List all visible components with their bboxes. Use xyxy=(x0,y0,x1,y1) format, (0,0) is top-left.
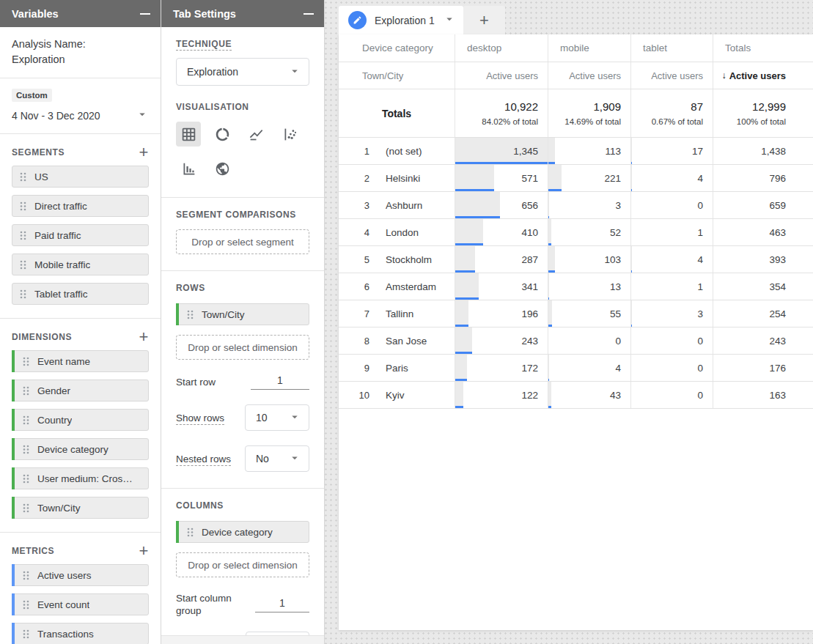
dimension-chip[interactable]: Device category xyxy=(12,438,149,460)
value-bar xyxy=(548,300,552,327)
drag-handle-icon[interactable] xyxy=(21,356,31,367)
metric-chip[interactable]: Transactions xyxy=(12,623,149,644)
exploration-tab[interactable]: Exploration 1 xyxy=(339,6,463,34)
dimension-chip[interactable]: Town/City xyxy=(12,497,149,519)
add-segment-icon[interactable]: + xyxy=(139,147,149,158)
show-rows-label: Show rows xyxy=(176,412,224,424)
new-tab-button[interactable]: + xyxy=(463,6,505,34)
chip-label: Town/City xyxy=(37,503,81,514)
drag-handle-icon[interactable] xyxy=(21,599,31,610)
chip-label: Tablet traffic xyxy=(34,289,88,300)
drag-handle-icon[interactable] xyxy=(18,230,28,241)
minimize-icon[interactable] xyxy=(140,13,150,15)
add-dimension-icon[interactable]: + xyxy=(139,331,149,343)
table-chart-icon[interactable] xyxy=(176,122,201,147)
technique-select[interactable]: Exploration xyxy=(176,58,309,86)
drag-handle-icon[interactable] xyxy=(18,259,28,270)
drag-handle-icon[interactable] xyxy=(18,289,28,300)
total-value-cell: 659 xyxy=(713,192,813,218)
analysis-name-label: Analysis Name: xyxy=(12,37,149,52)
metric-header-sorted[interactable]: ↓Active users xyxy=(713,62,813,89)
row-city: Stockholm xyxy=(386,254,432,265)
drag-handle-icon[interactable] xyxy=(21,473,31,484)
mobile-value-cell: 43 xyxy=(548,382,631,408)
segment-chip[interactable]: US xyxy=(12,166,149,188)
column-dimension-dropzone[interactable]: Drop or select dimension xyxy=(176,552,309,577)
table-row: 3Ashburn65630659 xyxy=(339,192,813,219)
row-dimension-dropzone[interactable]: Drop or select dimension xyxy=(176,335,309,360)
line-chart-icon[interactable] xyxy=(243,122,268,147)
tab-settings-panel-title: Tab Settings xyxy=(173,8,236,20)
tablet-value-cell: 1 xyxy=(631,219,713,245)
segment-chip[interactable]: Paid traffic xyxy=(12,224,149,246)
drag-handle-icon[interactable] xyxy=(21,570,31,581)
row-label-cell: 10Kyiv xyxy=(339,382,455,408)
column-group-header[interactable]: desktop xyxy=(455,34,548,62)
row-label-cell: 8San Jose xyxy=(339,327,455,354)
date-range-selector[interactable]: 4 Nov - 3 Dec 2020 xyxy=(12,108,149,123)
metric-chip[interactable]: Event count xyxy=(12,593,149,615)
metric-header[interactable]: Town/City xyxy=(339,62,455,89)
start-row-input[interactable]: 1 xyxy=(251,374,309,390)
dimension-chip[interactable]: Device category xyxy=(176,521,309,543)
drag-handle-icon[interactable] xyxy=(18,171,28,182)
donut-chart-icon[interactable] xyxy=(210,122,235,147)
scatter-chart-icon[interactable] xyxy=(277,122,302,147)
value-bar xyxy=(455,192,500,218)
columns-label: COLUMNS xyxy=(176,500,309,511)
chevron-down-icon[interactable] xyxy=(443,12,456,29)
geo-map-icon[interactable] xyxy=(210,156,235,181)
totals-value: 12,999 xyxy=(752,100,786,113)
column-group-header[interactable]: mobile xyxy=(548,34,631,62)
segment-chip[interactable]: Direct traffic xyxy=(12,195,149,217)
column-group-header[interactable]: tablet xyxy=(631,34,713,62)
chip-label: Event count xyxy=(37,599,89,610)
show-rows-select[interactable]: 10 xyxy=(245,404,309,431)
drag-handle-icon[interactable] xyxy=(21,503,31,514)
metric-header[interactable]: Active users xyxy=(631,62,713,89)
desktop-value-cell: 287 xyxy=(455,246,548,273)
segment-dropzone[interactable]: Drop or select segment xyxy=(176,229,309,254)
drag-handle-icon[interactable] xyxy=(21,385,31,396)
row-rank: 7 xyxy=(352,308,369,319)
column-group-header[interactable]: Totals xyxy=(713,34,813,62)
bar-chart-icon[interactable] xyxy=(176,156,201,181)
row-rank: 2 xyxy=(352,173,369,184)
segment-chip[interactable]: Mobile traffic xyxy=(12,253,149,275)
totals-cell: 1,90914.69% of total xyxy=(548,89,631,137)
totals-cell: 10,92284.02% of total xyxy=(455,89,548,137)
drag-handle-icon[interactable] xyxy=(21,444,31,455)
columns-chip-holder: Device category xyxy=(176,521,309,543)
mobile-value-cell: 13 xyxy=(548,273,631,300)
tablet-value-cell: 0 xyxy=(631,327,713,354)
totals-value: 10,922 xyxy=(504,100,538,113)
desktop-value-cell: 341 xyxy=(455,273,548,300)
drag-handle-icon[interactable] xyxy=(185,527,195,538)
analysis-name-value[interactable]: Exploration xyxy=(12,52,149,67)
dimension-chip[interactable]: Town/City xyxy=(176,303,309,325)
edit-pencil-icon xyxy=(348,11,367,29)
chip-label: Direct traffic xyxy=(34,201,87,212)
segment-chip[interactable]: Tablet traffic xyxy=(12,283,149,305)
date-type-badge: Custom xyxy=(12,89,52,102)
dimension-chip[interactable]: Gender xyxy=(12,380,149,401)
column-group-header[interactable]: Device category xyxy=(339,34,455,62)
value-bar xyxy=(548,219,551,245)
drag-handle-icon[interactable] xyxy=(21,629,31,640)
totals-cell: 870.67% of total xyxy=(631,89,713,137)
dimension-chip[interactable]: User medium: Cros… xyxy=(12,467,149,489)
drag-handle-icon[interactable] xyxy=(185,309,195,320)
start-column-group-input[interactable]: 1 xyxy=(255,597,309,612)
row-label-cell: 6Amsterdam xyxy=(339,273,455,300)
drag-handle-icon[interactable] xyxy=(21,415,31,426)
exploration-canvas: Device categorydesktopmobiletabletTotals… xyxy=(339,34,813,630)
drag-handle-icon[interactable] xyxy=(18,201,28,212)
nested-rows-select[interactable]: No xyxy=(245,445,309,472)
metric-header[interactable]: Active users xyxy=(548,62,631,89)
minimize-icon[interactable] xyxy=(304,13,314,15)
metric-header[interactable]: Active users xyxy=(455,62,548,89)
metric-chip[interactable]: Active users xyxy=(12,564,149,586)
dimension-chip[interactable]: Country xyxy=(12,409,149,431)
add-metric-icon[interactable]: + xyxy=(139,545,149,557)
dimension-chip[interactable]: Event name xyxy=(12,350,149,372)
